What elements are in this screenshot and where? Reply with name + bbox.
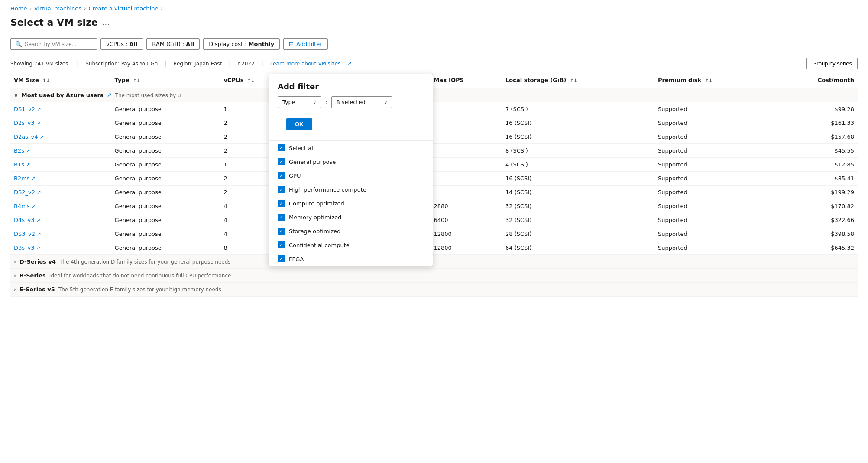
table-row[interactable]: DS3_v2 ↗ General purpose 4 14 16 12800 2… (10, 227, 858, 241)
breadcrumb-sep-2: › (84, 6, 86, 11)
search-input[interactable] (25, 41, 90, 47)
vm-type-cell: General purpose (111, 172, 220, 186)
vm-max-iops-cell (430, 186, 502, 199)
vm-name-link[interactable]: B4ms ↗ (14, 203, 108, 209)
modal-ok-button[interactable]: OK (286, 118, 312, 130)
modal-selected-label: 8 selected (336, 99, 365, 105)
table-row[interactable]: D4s_v3 ↗ General purpose 4 16 8 6400 32 … (10, 213, 858, 227)
sort-type-icon: ↑↓ (133, 78, 140, 83)
series-group-row[interactable]: › B-Series Ideal for workloads that do n… (10, 269, 858, 283)
vcpus-filter[interactable]: vCPUs : All (100, 38, 143, 50)
group-description: The most used sizes by u (115, 92, 181, 98)
vm-premium-disk-cell: Supported (654, 116, 773, 130)
table-row[interactable]: B4ms ↗ General purpose 4 16 8 2880 32 (S… (10, 199, 858, 213)
vm-type-cell: General purpose (111, 227, 220, 241)
series-group-row[interactable]: › D-Series v4 The 4th generation D famil… (10, 255, 858, 269)
dropdown-item[interactable]: ✓ High performance compute (269, 183, 433, 196)
breadcrumb-virtual-machines[interactable]: Virtual machines (34, 5, 81, 12)
modal-colon: : (325, 99, 327, 105)
vm-type-cell: General purpose (111, 144, 220, 158)
filters-bar: 🔍 vCPUs : All RAM (GiB) : All Display co… (0, 35, 868, 55)
info-bar: Showing 741 VM sizes. | Subscription: Pa… (0, 55, 868, 72)
ram-filter[interactable]: RAM (GiB) : All (146, 38, 200, 50)
display-value: Monthly (249, 41, 275, 47)
vcpus-value: All (129, 41, 137, 47)
breadcrumb-home[interactable]: Home (10, 5, 27, 12)
col-header-local[interactable]: Local storage (GiB) ↑↓ (502, 72, 654, 88)
table-row[interactable]: B2s ↗ General purpose 2 4 8 (SCSI) Suppo… (10, 144, 858, 158)
modal-value-select[interactable]: 8 selected ∨ (331, 96, 392, 108)
modal-actions: OK (269, 114, 433, 137)
vm-type-cell: General purpose (111, 130, 220, 144)
subscription-info: Subscription: Pay-As-You-Go (85, 61, 158, 67)
group-by-series-button[interactable]: Group by series (806, 58, 858, 69)
vm-cost-cell: $170.82 (773, 199, 858, 213)
series-description: The 4th generation D family sizes for yo… (59, 259, 231, 265)
vm-name-link[interactable]: DS3_v2 ↗ (14, 231, 108, 237)
vm-premium-disk-cell: Supported (654, 227, 773, 241)
dropdown-item-label: Select all (289, 145, 314, 151)
vm-name-link[interactable]: B1s ↗ (14, 161, 108, 168)
search-box[interactable]: 🔍 (10, 38, 97, 50)
vm-premium-disk-cell: Supported (654, 102, 773, 116)
vm-name-link[interactable]: D2s_v3 ↗ (14, 120, 108, 126)
group-row-most-used[interactable]: ∨ Most used by Azure users ↗ The most us… (10, 88, 858, 102)
vm-cost-cell: $199.29 (773, 186, 858, 199)
col-header-vm[interactable]: VM Size ↑↓ (10, 72, 111, 88)
vm-table: VM Size ↑↓ Type ↑↓ vCPUs ↑↓ RAM Data dis… (10, 72, 858, 297)
series-expand-icon: › (14, 273, 16, 279)
dropdown-item[interactable]: ✓ Confidential compute (269, 238, 433, 252)
learn-more-link[interactable]: Learn more about VM sizes (270, 61, 341, 67)
table-row[interactable]: D2as_v4 ↗ General purpose 2 8 16 (SCSI) … (10, 130, 858, 144)
table-row[interactable]: D8s_v3 ↗ General purpose 8 32 16 12800 6… (10, 241, 858, 255)
add-filter-button[interactable]: ⊞ Add filter (283, 38, 327, 50)
breadcrumb: Home › Virtual machines › Create a virtu… (0, 0, 868, 15)
dropdown-item[interactable]: ✓ General purpose (269, 155, 433, 169)
vm-name-cell: B4ms ↗ (10, 199, 111, 213)
breadcrumb-sep-3: › (161, 6, 162, 11)
vm-premium-disk-cell: Supported (654, 241, 773, 255)
sep-1: | (77, 61, 78, 67)
vm-name-link[interactable]: D8s_v3 ↗ (14, 245, 108, 251)
dropdown-item-label: Compute optimized (289, 200, 344, 207)
breadcrumb-create-vm[interactable]: Create a virtual machine (88, 5, 158, 12)
display-cost-filter[interactable]: Display cost : Monthly (203, 38, 280, 50)
vm-name-link[interactable]: B2ms ↗ (14, 175, 108, 182)
table-row[interactable]: B1s ↗ General purpose 1 1 4 (SCSI) Suppo… (10, 158, 858, 172)
dropdown-item[interactable]: ✓ FPGA (269, 252, 433, 266)
dropdown-item[interactable]: ✓ Compute optimized (269, 196, 433, 210)
series-group-row[interactable]: › E-Series v5 The 5th generation E famil… (10, 283, 858, 297)
more-options-icon[interactable]: ... (102, 18, 110, 27)
dropdown-item-label: High performance compute (289, 186, 366, 193)
dropdown-item-label: Confidential compute (289, 242, 350, 248)
checkmark-icon: ✓ (279, 201, 283, 206)
vm-name-link[interactable]: DS2_v2 ↗ (14, 189, 108, 196)
add-filter-modal: Add filter Type ∨ : 8 selected ∨ OK ✓ Se… (269, 74, 433, 266)
checkmark-icon: ✓ (279, 159, 283, 165)
vm-local-storage-cell: 16 (SCSI) (502, 172, 654, 186)
table-row[interactable]: B2ms ↗ General purpose 2 8 16 (SCSI) Sup… (10, 172, 858, 186)
checkbox-2: ✓ (278, 172, 285, 179)
vm-trend-icon: ↗ (37, 231, 41, 237)
vm-local-storage-cell: 16 (SCSI) (502, 116, 654, 130)
modal-type-select[interactable]: Type ∨ (278, 96, 321, 108)
vm-local-storage-cell: 32 (SCSI) (502, 199, 654, 213)
dropdown-item[interactable]: ✓ Select all (269, 141, 433, 155)
table-row[interactable]: D2s_v3 ↗ General purpose 2 8 16 (SCSI) S… (10, 116, 858, 130)
vm-name-link[interactable]: DS1_v2 ↗ (14, 106, 108, 112)
table-row[interactable]: DS1_v2 ↗ General purpose 1 3.5 7 (SCSI) … (10, 102, 858, 116)
vm-name-link[interactable]: B2s ↗ (14, 147, 108, 154)
checkmark-icon: ✓ (279, 173, 283, 179)
vm-cost-cell: $45.55 (773, 144, 858, 158)
col-header-cost[interactable]: Cost/month (773, 72, 858, 88)
series-expand-icon: › (14, 259, 16, 265)
vm-name-link[interactable]: D2as_v4 ↗ (14, 134, 108, 140)
dropdown-item[interactable]: ✓ Storage optimized (269, 224, 433, 238)
col-header-iops[interactable]: Max IOPS (430, 72, 502, 88)
table-row[interactable]: DS2_v2 ↗ General purpose 2 7 14 (SCSI) S… (10, 186, 858, 199)
dropdown-item[interactable]: ✓ GPU (269, 169, 433, 183)
dropdown-item[interactable]: ✓ Memory optimized (269, 210, 433, 224)
col-header-type[interactable]: Type ↑↓ (111, 72, 220, 88)
col-header-disk[interactable]: Premium disk ↑↓ (654, 72, 773, 88)
vm-name-link[interactable]: D4s_v3 ↗ (14, 217, 108, 223)
